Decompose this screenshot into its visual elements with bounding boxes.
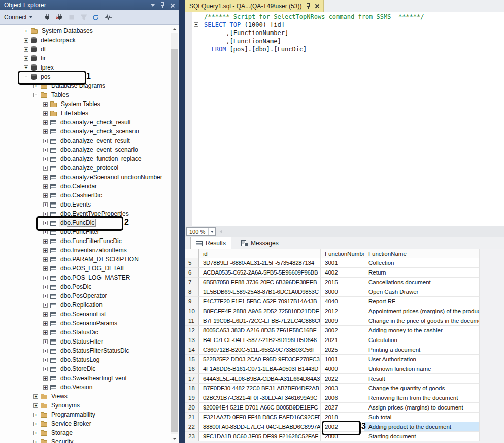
tree-item-lprex[interactable]: +lprex — [0, 63, 171, 72]
row-number[interactable]: 18 — [185, 384, 199, 393]
tree-item-dbo-version[interactable]: +dbo.Version — [0, 383, 171, 392]
tree-item-tables[interactable]: −Tables — [0, 90, 171, 99]
row-number[interactable]: 17 — [185, 374, 199, 384]
table-row[interactable]: 20920094E4-521E-D701-A66C-B005B9DE1EFC20… — [185, 403, 504, 413]
tree-item-dbo-statuslog[interactable]: +dbo.StatusLog — [0, 355, 171, 364]
cell-functionnumber[interactable]: 2021 — [321, 335, 364, 345]
expand-icon[interactable]: + — [24, 56, 28, 61]
expand-icon[interactable]: + — [43, 330, 48, 335]
expand-icon[interactable]: + — [43, 303, 48, 308]
cell-id[interactable]: B4EC7FCF-04FF-5877-21B2-8D196F05D646 — [199, 335, 321, 345]
expand-icon[interactable]: + — [43, 385, 48, 390]
tree-item-dbo-statusdic[interactable]: +dbo.StatusDic — [0, 328, 171, 337]
expand-icon[interactable]: + — [43, 312, 48, 317]
connect-plug-icon[interactable] — [41, 12, 53, 23]
tree-item-dbo-storedic[interactable]: +dbo.StoreDic — [0, 364, 171, 373]
sql-code[interactable]: /****** Script for SelectTopNRows comman… — [204, 13, 424, 53]
cell-functionnumber[interactable]: 2027 — [321, 403, 364, 413]
collapse-icon[interactable]: − — [24, 75, 28, 79]
expand-icon[interactable]: + — [43, 202, 48, 207]
row-number[interactable]: 21 — [185, 413, 199, 422]
cell-functionname[interactable]: Starting document — [364, 432, 480, 441]
row-number[interactable]: 10 — [185, 306, 199, 316]
expand-icon[interactable]: + — [43, 120, 48, 125]
cell-functionnumber[interactable]: 4002 — [321, 268, 364, 278]
tree-item-programmability[interactable]: +Programmability — [0, 410, 171, 419]
cell-functionnumber[interactable]: 2012 — [321, 306, 364, 316]
row-number[interactable]: 19 — [185, 393, 199, 403]
cell-functionname[interactable]: Open Cash Drawer — [364, 287, 480, 297]
cell-functionnumber[interactable]: 3000 — [321, 287, 364, 297]
cell-id[interactable]: 1E5BDB69-E589-25A8-87B1-6DC1A0D9853C — [199, 287, 321, 297]
table-row[interactable]: 2288800FA0-83DD-E7EC-F04C-EBABD6C8997A20… — [185, 422, 504, 432]
row-number[interactable]: 13 — [185, 335, 199, 345]
row-number[interactable]: 9 — [185, 297, 199, 306]
tree-item-security[interactable]: +Security — [0, 437, 171, 443]
tree-item-detectorpack[interactable]: +detectorpack — [0, 36, 171, 45]
expand-icon[interactable]: + — [43, 376, 48, 381]
tab-messages[interactable]: Messages — [236, 237, 284, 249]
expand-icon[interactable]: + — [43, 358, 48, 362]
cell-id[interactable]: B8ECFE4F-28B8-A9A5-2D52-725810D21DDE — [199, 306, 321, 316]
cell-id[interactable]: 644A3E5E-4E06-B9BA-CDBA-A31E664D84A3 — [199, 374, 321, 384]
expand-icon[interactable]: + — [33, 431, 38, 435]
row-number[interactable]: 8 — [185, 287, 199, 297]
tree-item-dbo-posoperator[interactable]: +dbo.PosOperator — [0, 291, 171, 300]
tree-item-dbo-analyze-event-scenario[interactable]: +dbo.analyze_event_scenario — [0, 145, 171, 154]
expand-icon[interactable]: + — [43, 157, 48, 161]
expand-icon[interactable]: + — [43, 285, 48, 289]
expand-icon[interactable]: + — [43, 184, 48, 189]
cell-functionname[interactable]: Adding product to the document — [364, 422, 480, 432]
expand-icon[interactable]: + — [24, 47, 28, 52]
expand-icon[interactable]: + — [33, 84, 38, 88]
expand-icon[interactable]: + — [33, 413, 38, 417]
tree-item-dbo-pos-log-detail[interactable]: +dbo.POS_LOG_DETAIL — [0, 264, 171, 273]
expand-icon[interactable]: + — [33, 440, 38, 443]
table-row[interactable]: 53D78B9EF-6880-AE31-2E5F-573548287134300… — [185, 258, 504, 268]
expand-icon[interactable]: + — [43, 239, 48, 244]
tree-item-system-databases[interactable]: +System Databases — [0, 26, 171, 36]
expand-icon[interactable]: + — [43, 166, 48, 171]
expand-icon[interactable]: + — [43, 148, 48, 152]
cell-functionnumber[interactable]: 1001 — [321, 355, 364, 364]
tree-item-dbo-calendar[interactable]: +dbo.Calendar — [0, 182, 171, 191]
tree-item-dbo-analyze-check-result[interactable]: +dbo.analyze_check_result — [0, 118, 171, 127]
cell-id[interactable]: 522B25E2-DD03-2CA0-F95D-9FD3CE278FC3 — [199, 355, 321, 364]
expand-icon[interactable]: + — [43, 367, 48, 371]
expand-icon[interactable]: + — [43, 294, 48, 298]
cell-id[interactable]: B7E0DF30-4482-72C0-BE31-AB7BE84DF2AB — [199, 384, 321, 393]
table-row[interactable]: 15522B25E2-DD03-2CA0-F95D-9FD3CE278FC310… — [185, 355, 504, 364]
expand-icon[interactable]: + — [43, 221, 48, 225]
pin-icon[interactable] — [160, 2, 165, 8]
expand-icon[interactable]: + — [43, 339, 48, 344]
cell-id[interactable]: 02BC91B7-C821-4F0F-30ED-AF3461699A9C — [199, 393, 321, 403]
expand-icon[interactable]: + — [43, 193, 48, 198]
table-row[interactable]: 10B8ECFE4F-28B8-A9A5-2D52-725810D21DDE20… — [185, 306, 504, 316]
cell-id[interactable]: 8005CA53-383D-A216-8D35-7F61E58C16BF — [199, 326, 321, 335]
expand-icon[interactable]: + — [43, 257, 48, 262]
tree-item-fir[interactable]: +fir — [0, 54, 171, 63]
row-number[interactable]: 16 — [185, 364, 199, 374]
pin-icon[interactable] — [306, 3, 311, 9]
tree-item-dbo-cashierdic[interactable]: +dbo.CashierDic — [0, 191, 171, 200]
cell-id[interactable]: ACDA0535-C652-2A6A-5FB5-5E96609F96BB — [199, 268, 321, 278]
cell-functionnumber[interactable]: 2015 — [321, 278, 364, 287]
tree-item-synonyms[interactable]: +Synonyms — [0, 401, 171, 410]
zoom-dropdown[interactable]: 100 % — [186, 227, 216, 236]
zoom-dropdown-button[interactable] — [208, 228, 215, 235]
scroll-up-icon[interactable] — [171, 25, 178, 33]
object-explorer-titlebar[interactable]: Object Explorer — [0, 0, 179, 10]
cell-functionnumber[interactable]: 3002 — [321, 326, 364, 335]
cell-functionname[interactable]: Change the quantity of goods — [364, 384, 480, 393]
table-row[interactable]: 11B7F19C0B-E6D1-72CC-EFBB-7E2EC4C886C620… — [185, 316, 504, 326]
table-row[interactable]: 6ACDA0535-C652-2A6A-5FB5-5E96609F96BB400… — [185, 268, 504, 278]
cell-functionname[interactable]: Sub total — [364, 413, 480, 422]
cell-functionname[interactable]: Result — [364, 374, 480, 384]
expand-icon[interactable]: + — [43, 102, 48, 107]
cell-functionname[interactable]: Report RF — [364, 297, 480, 306]
row-number[interactable]: 15 — [185, 355, 199, 364]
expand-icon[interactable]: + — [24, 29, 28, 33]
expand-icon[interactable]: + — [43, 321, 48, 326]
sql-editor[interactable]: − /****** Script for SelectTopNRows comm… — [185, 12, 504, 226]
cell-functionname[interactable]: Assign prices (margins) to document — [364, 403, 480, 413]
